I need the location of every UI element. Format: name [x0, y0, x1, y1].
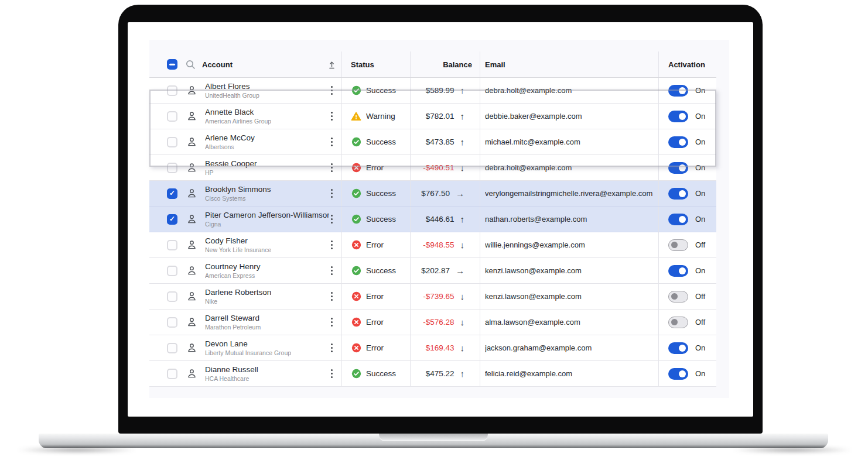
- row-checkbox[interactable]: [167, 266, 177, 276]
- activation-label: On: [695, 163, 705, 172]
- row-checkbox[interactable]: [167, 240, 177, 250]
- person-icon: [186, 239, 198, 251]
- balance-value: $767.50: [421, 189, 450, 198]
- row-checkbox[interactable]: [167, 317, 177, 328]
- trend-arrow-icon: ↑: [460, 112, 465, 121]
- sort-ascending-icon[interactable]: [327, 60, 337, 70]
- trend-arrow-icon: ↓: [460, 240, 465, 249]
- balance-value: $475.22: [426, 369, 454, 378]
- activation-cell: Off: [658, 284, 716, 309]
- search-icon[interactable]: [184, 59, 196, 70]
- row-checkbox[interactable]: [167, 291, 177, 302]
- activation-toggle[interactable]: [668, 85, 688, 97]
- row-menu-kebab-icon[interactable]: [329, 213, 334, 225]
- row-checkbox[interactable]: [167, 163, 177, 173]
- balance-cell: $767.50 →: [410, 181, 480, 206]
- balance-cell: $589.99 ↑: [410, 78, 480, 103]
- row-checkbox[interactable]: [167, 111, 177, 122]
- table-row[interactable]: Bessie Cooper HP Error -$490.51 ↓ debra.…: [149, 155, 716, 181]
- activation-cell: Off: [658, 310, 716, 335]
- activation-toggle[interactable]: [668, 162, 688, 174]
- activation-cell: On: [658, 181, 716, 206]
- email-cell: debra.holt@example.com: [480, 78, 658, 103]
- row-menu-kebab-icon[interactable]: [329, 316, 334, 328]
- status-cell: Error: [341, 284, 410, 309]
- person-icon: [186, 136, 198, 148]
- activation-toggle[interactable]: [668, 317, 688, 328]
- row-checkbox[interactable]: [167, 85, 177, 96]
- table-row[interactable]: Darlene Robertson Nike Error -$739.65 ↓ …: [149, 284, 716, 310]
- activation-toggle[interactable]: [668, 239, 688, 251]
- table-row[interactable]: Albert Flores UnitedHealth Group Success…: [149, 78, 716, 104]
- account-company: Liberty Mutual Insurance Group: [205, 349, 291, 357]
- account-name: Piter Cameron Jefferson-Williamson…: [205, 211, 329, 220]
- activation-label: Off: [695, 292, 705, 301]
- row-menu-kebab-icon[interactable]: [329, 110, 334, 122]
- column-header-status[interactable]: Status: [351, 60, 374, 69]
- error-status-icon: [351, 291, 361, 302]
- column-header-email[interactable]: Email: [485, 60, 505, 69]
- activation-toggle[interactable]: [668, 111, 688, 122]
- account-company: Marathon Petroleum: [205, 324, 261, 331]
- column-header-activation[interactable]: Activation: [668, 60, 705, 69]
- row-menu-kebab-icon[interactable]: [329, 264, 334, 277]
- table-row[interactable]: Arlene McCoy Albertsons Success $473.85 …: [149, 129, 716, 155]
- status-cell: Error: [341, 155, 410, 180]
- account-name-block: Albert Flores UnitedHealth Group: [205, 82, 259, 99]
- email-value: felicia.reid@example.com: [485, 369, 572, 378]
- email-value: willie.jennings@example.com: [485, 240, 585, 249]
- table-row[interactable]: Cody Fisher New York Life Insurance Erro…: [149, 232, 716, 258]
- table-body: Albert Flores UnitedHealth Group Success…: [149, 78, 716, 387]
- activation-toggle[interactable]: [668, 342, 688, 354]
- activation-cell: On: [658, 207, 716, 232]
- table-row[interactable]: Brooklyn Simmons Cisco Systems Success $…: [149, 181, 716, 207]
- row-menu-kebab-icon[interactable]: [329, 239, 334, 251]
- row-checkbox[interactable]: [167, 343, 177, 353]
- column-header-account[interactable]: Account: [202, 60, 233, 69]
- row-menu-kebab-icon[interactable]: [329, 136, 334, 148]
- balance-cell: -$948.55 ↓: [410, 232, 480, 257]
- activation-toggle[interactable]: [668, 265, 688, 277]
- activation-toggle[interactable]: [668, 214, 688, 225]
- success-status-icon: [351, 137, 361, 147]
- balance-cell: -$739.65 ↓: [410, 284, 480, 309]
- balance-cell: $782.01 ↑: [410, 104, 480, 129]
- row-menu-kebab-icon[interactable]: [329, 290, 334, 303]
- row-menu-kebab-icon[interactable]: [329, 367, 334, 380]
- trend-arrow-icon: ↑: [460, 138, 465, 146]
- status-cell: Error: [341, 335, 410, 360]
- email-cell: kenzi.lawson@example.com: [480, 284, 658, 309]
- success-status-icon: [351, 369, 361, 379]
- account-company: Cisco Systems: [205, 195, 271, 202]
- account-name: Albert Flores: [205, 82, 259, 91]
- account-cell: Courtney Henry American Express: [149, 258, 341, 283]
- row-checkbox[interactable]: [167, 137, 177, 147]
- status-label: Success: [366, 266, 396, 275]
- account-company: UnitedHealth Group: [205, 92, 259, 99]
- table-row[interactable]: Dianne Russell HCA Healthcare Success $4…: [149, 361, 716, 387]
- row-checkbox[interactable]: [167, 188, 177, 199]
- activation-toggle[interactable]: [668, 291, 688, 303]
- email-value: nathan.roberts@example.com: [485, 215, 587, 224]
- row-menu-kebab-icon[interactable]: [329, 161, 334, 174]
- row-menu-kebab-icon[interactable]: [329, 84, 334, 97]
- table-row[interactable]: Piter Cameron Jefferson-Williamson… Cign…: [149, 207, 716, 232]
- table-row[interactable]: Darrell Steward Marathon Petroleum Error…: [149, 310, 716, 335]
- account-cell: Darlene Robertson Nike: [149, 284, 341, 309]
- table-row[interactable]: Courtney Henry American Express Success …: [149, 258, 716, 284]
- column-header-balance[interactable]: Balance: [443, 60, 472, 69]
- row-checkbox[interactable]: [167, 369, 177, 379]
- table-row[interactable]: Devon Lane Liberty Mutual Insurance Grou…: [149, 335, 716, 361]
- activation-toggle[interactable]: [668, 136, 688, 148]
- balance-cell: $202.87 →: [410, 258, 480, 283]
- status-cell: Success: [341, 181, 410, 206]
- account-name-block: Devon Lane Liberty Mutual Insurance Grou…: [205, 339, 291, 357]
- row-menu-kebab-icon[interactable]: [329, 187, 334, 200]
- row-menu-kebab-icon[interactable]: [329, 342, 334, 354]
- row-checkbox[interactable]: [167, 214, 177, 225]
- activation-toggle[interactable]: [668, 368, 688, 380]
- select-all-checkbox[interactable]: [167, 59, 177, 70]
- account-name: Bessie Cooper: [205, 159, 257, 169]
- activation-toggle[interactable]: [668, 188, 688, 200]
- table-row[interactable]: Annette Black American Airlines Group Wa…: [149, 104, 716, 129]
